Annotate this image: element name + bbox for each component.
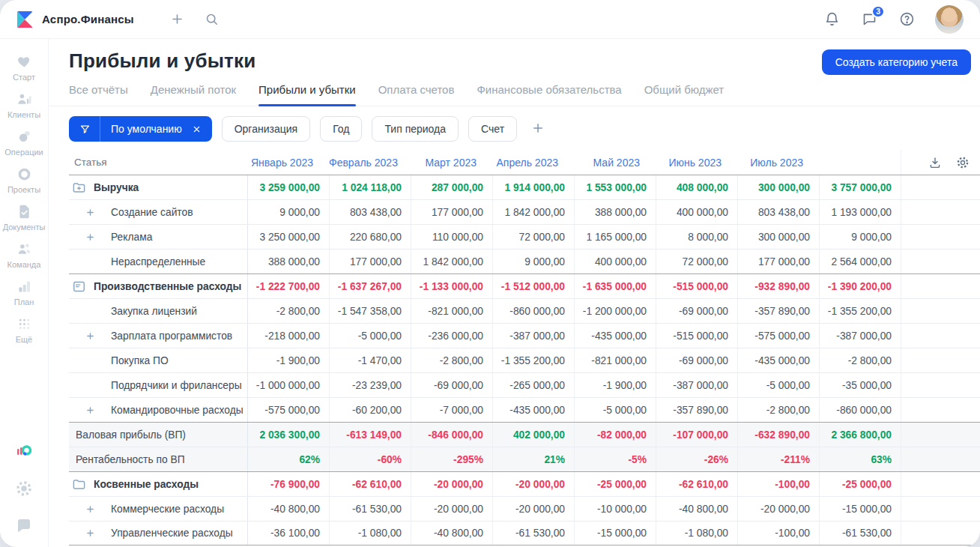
create-category-button[interactable]: Создать категорию учета: [822, 49, 971, 75]
row-label-cell[interactable]: Подрядчики и фрилансеры: [69, 373, 247, 397]
cell-value: 1 165 000,00: [574, 225, 656, 249]
help-icon[interactable]: [898, 10, 916, 28]
expand-plus-icon[interactable]: [86, 406, 94, 414]
sidebar-item-label: Ещё: [16, 335, 33, 344]
cell-value: -632 890,00: [737, 423, 819, 447]
cell-value: -387 000,00: [492, 324, 574, 348]
add-filter-icon[interactable]: [530, 121, 546, 137]
filter-chip[interactable]: Тип периода: [372, 116, 459, 142]
column-header-article: Статья: [69, 157, 247, 168]
row-label-cell[interactable]: Нераспределенные: [69, 250, 247, 274]
row-label-cell: Рентабельность по ВП: [69, 447, 247, 471]
row-label-cell[interactable]: Косвенные расходы: [69, 472, 247, 496]
bell-icon[interactable]: [823, 10, 841, 28]
tabs: Все отчётыДенежный потокПрибыли и убытки…: [49, 83, 980, 106]
cell-value: -295%: [411, 447, 492, 471]
row-label-cell[interactable]: Создание сайтов: [69, 200, 247, 224]
row-label-cell[interactable]: Выручка: [69, 175, 247, 199]
filter-chip[interactable]: Год: [320, 116, 362, 142]
messages-badge: 3: [871, 5, 885, 18]
table-row: Командировочные расходы-575 000,00-60 20…: [69, 397, 980, 422]
table-toolbar: [928, 150, 970, 175]
expand-plus-icon[interactable]: [86, 208, 94, 217]
cell-value: -5 000,00: [737, 373, 819, 397]
row-label: Командировочные расходы: [111, 405, 244, 416]
cell-value: 3 259 000,00: [247, 175, 329, 199]
topbar: Аспро.Финансы 3: [0, 0, 980, 39]
table-header-row: СтатьяЯнварь 2023Февраль 2023Март 2023Ап…: [69, 150, 980, 175]
tab-item[interactable]: Прибыли и убытки: [258, 83, 356, 106]
messages-icon[interactable]: 3: [860, 10, 878, 28]
row-label: Закупка лицензий: [111, 306, 197, 317]
cell-value: -2 800,00: [819, 348, 901, 372]
active-filter-button[interactable]: По умолчанию: [69, 116, 212, 142]
row-filler: [901, 175, 980, 199]
tab-item[interactable]: Финансовые обязательства: [477, 83, 621, 106]
tab-item[interactable]: Все отчёты: [69, 83, 128, 106]
app-logo-icon[interactable]: [15, 10, 34, 29]
row-label-cell[interactable]: Командировочные расходы: [69, 398, 247, 422]
add-button[interactable]: [170, 12, 185, 27]
page-title: Прибыли и убытки: [69, 49, 255, 73]
close-icon[interactable]: [188, 116, 212, 142]
sidebar-item-projects[interactable]: Проекты: [1, 162, 46, 199]
filters-bar: По умолчанию ОрганизацияГодТип периодаСч…: [49, 116, 980, 142]
cell-value: 400 000,00: [656, 200, 737, 224]
settings-gear-icon[interactable]: [15, 480, 33, 498]
filter-chip[interactable]: Счет: [468, 116, 517, 142]
cell-value: -20 000,00: [492, 472, 574, 496]
row-label: Рентабельность по ВП: [76, 454, 185, 465]
sidebar-item-heart[interactable]: Старт: [1, 49, 46, 87]
sidebar-item-team[interactable]: Команда: [1, 237, 46, 274]
settings-icon[interactable]: [956, 156, 970, 169]
expand-plus-icon[interactable]: [86, 505, 94, 513]
cell-value: -69 000,00: [656, 348, 737, 372]
row-label-cell[interactable]: Производственные расходы: [69, 274, 247, 298]
avatar[interactable]: [935, 5, 964, 34]
tab-item[interactable]: Общий бюджет: [644, 83, 725, 106]
cell-value: 1 024 118,00: [329, 175, 411, 199]
row-label-cell[interactable]: Коммерческие расходы: [69, 497, 247, 521]
table-row: Покупка ПО-1 900,00-1 470,00-2 800,00-1 …: [69, 348, 980, 372]
sidebar-item-label: Клиенты: [7, 110, 40, 119]
sidebar-item-label: Документы: [3, 223, 46, 232]
heart-icon: [16, 54, 32, 70]
row-label-cell[interactable]: Реклама: [69, 225, 247, 249]
sidebar-item-more[interactable]: Ещё: [1, 312, 46, 349]
row-label-cell[interactable]: Зарплата программистов: [69, 324, 247, 348]
row-filler: [901, 348, 980, 372]
cell-value: -821 000,00: [574, 348, 656, 372]
row-label-cell[interactable]: Покупка ПО: [69, 348, 247, 372]
support-chat-icon[interactable]: [15, 517, 33, 535]
search-icon[interactable]: [205, 12, 220, 27]
sidebar-bottom: [15, 442, 33, 535]
expand-plus-icon[interactable]: [86, 529, 94, 537]
row-filler: [901, 373, 980, 397]
row-label-cell[interactable]: Закупка лицензий: [69, 299, 247, 323]
sidebar-item-clients[interactable]: Клиенты: [1, 87, 46, 124]
documents-icon: [16, 204, 32, 220]
cell-value: -61 530,00: [819, 522, 901, 545]
filter-chip[interactable]: Организация: [222, 116, 310, 142]
cell-value: -2 800,00: [411, 348, 492, 372]
tab-item[interactable]: Оплата счетов: [378, 83, 455, 106]
tab-item[interactable]: Денежный поток: [151, 83, 236, 106]
cell-value: 2 366 800,00: [819, 423, 901, 447]
cell-value: -575 000,00: [247, 398, 329, 422]
expand-plus-icon[interactable]: [86, 233, 94, 241]
row-label: Коммерческие расходы: [111, 504, 224, 515]
download-icon[interactable]: [928, 156, 942, 169]
sidebar-item-documents[interactable]: Документы: [1, 199, 46, 237]
row-label-cell[interactable]: Управленческие расходы: [69, 522, 247, 545]
sidebar-item-plan[interactable]: План: [1, 274, 46, 312]
sidebar-item-operations[interactable]: Операции: [1, 124, 46, 162]
expand-plus-icon[interactable]: [86, 332, 94, 340]
cell-value: -40 800,00: [411, 522, 492, 545]
logo-mark-icon[interactable]: [15, 442, 33, 460]
cell-value: -1 355 200,00: [492, 348, 574, 372]
cell-value: 388 000,00: [247, 250, 329, 274]
cell-value: 220 680,00: [329, 225, 411, 249]
cell-value: 62%: [247, 447, 329, 471]
row-filler: [901, 250, 980, 274]
cell-value: 177 000,00: [737, 250, 819, 274]
